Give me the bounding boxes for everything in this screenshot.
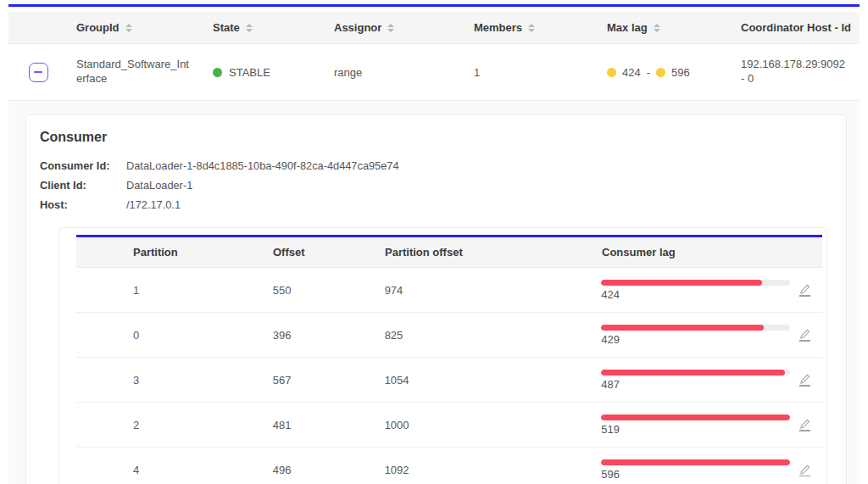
lag-progress-fill	[601, 370, 784, 376]
pencil-underline	[799, 476, 810, 477]
lag-progress-fill	[601, 414, 790, 420]
partition-value: 0	[76, 329, 273, 342]
max-lag-max-value: 596	[671, 66, 690, 79]
pencil-underline	[799, 385, 810, 387]
consumer-id-label: Consumer Id:	[40, 157, 126, 176]
column-header-label: Members	[474, 21, 522, 34]
column-header-state[interactable]: State	[213, 21, 334, 34]
consumer-lag-cell: 596	[601, 459, 798, 481]
consumer-lag-cell: 487	[601, 370, 798, 391]
client-id-row: Client Id: DataLoader-1	[40, 176, 832, 196]
column-header-coordinator: Coordinator Host - Id	[741, 21, 860, 34]
column-header-label: State	[213, 21, 240, 34]
consumer-lag-cell: 429	[601, 325, 798, 346]
lag-warning-dot-icon	[656, 68, 665, 77]
lag-value: 424	[601, 288, 790, 301]
pencil-underline	[799, 340, 810, 342]
sort-icon[interactable]	[387, 24, 394, 32]
partition-value: 4	[76, 464, 273, 476]
column-header-partition: Partition	[76, 246, 273, 259]
column-header-assignor[interactable]: Assignor	[334, 21, 474, 34]
column-header-label: Assignor	[334, 21, 381, 34]
lag-progress-fill	[601, 325, 764, 331]
lag-progress-track	[601, 280, 790, 286]
lag-value: 519	[601, 423, 790, 436]
client-id-value: DataLoader-1	[126, 176, 192, 196]
max-lag-cell: 424 - 596	[607, 66, 741, 79]
partition-offset-value: 1092	[385, 464, 602, 476]
edit-offset-button[interactable]	[798, 417, 812, 433]
lag-value: 596	[601, 468, 790, 481]
lag-value: 487	[601, 378, 790, 391]
partition-offset-value: 1054	[385, 374, 602, 387]
edit-offset-button[interactable]	[798, 327, 812, 343]
lag-progress-track	[601, 370, 790, 376]
pencil-icon	[799, 419, 810, 429]
offset-value: 567	[273, 374, 385, 387]
offset-value: 396	[273, 329, 385, 342]
pencil-underline	[799, 295, 810, 297]
edit-offset-button[interactable]	[798, 463, 812, 479]
offset-value: 496	[273, 464, 385, 476]
sort-icon[interactable]	[246, 24, 253, 32]
offset-value: 550	[273, 284, 385, 297]
consumer-detail-card: Consumer Consumer Id: DataLoader-1-8d4c1…	[25, 114, 847, 484]
consumer-id-row: Consumer Id: DataLoader-1-8d4c1885-10ba-…	[40, 157, 832, 176]
edit-offset-button[interactable]	[798, 282, 812, 298]
lag-progress-track	[601, 414, 790, 420]
lag-progress-track	[601, 325, 790, 331]
coordinator-value: 192.168.178.29:9092 - 0	[741, 58, 851, 86]
column-header-partition-offset: Partition offset	[385, 246, 602, 259]
sort-icon[interactable]	[654, 24, 660, 32]
column-header-label: Max lag	[607, 21, 648, 34]
pencil-icon	[799, 374, 810, 384]
column-header-members[interactable]: Members	[474, 21, 607, 34]
partitions-table-card: Partition Offset Partition offset Consum…	[58, 227, 827, 484]
minus-icon	[34, 71, 42, 73]
group-id-cell: Standard_Software_Interface	[76, 58, 213, 86]
sort-icon[interactable]	[528, 24, 535, 32]
partition-offset-value: 1000	[385, 419, 602, 431]
consumer-lag-cell: 519	[601, 414, 798, 436]
column-header-offset: Offset	[273, 246, 385, 259]
consumer-lag-cell: 424	[601, 280, 798, 301]
edit-offset-cell	[798, 282, 822, 298]
lag-progress-fill	[601, 280, 762, 286]
partition-row: 0 396 825 429	[76, 313, 822, 358]
group-id-value: Standard_Software_Interface	[76, 58, 193, 86]
state-cell: STABLE	[213, 66, 334, 79]
column-header-groupid[interactable]: GroupId	[76, 21, 213, 34]
host-label: Host:	[40, 196, 126, 215]
collapse-row-button[interactable]	[29, 63, 48, 82]
partition-offset-value: 825	[385, 329, 602, 342]
column-header-label: GroupId	[76, 21, 120, 34]
assignor-cell: range	[334, 66, 474, 79]
members-cell: 1	[474, 66, 607, 79]
sort-icon[interactable]	[125, 24, 132, 32]
edit-offset-cell	[798, 417, 822, 433]
consumer-group-row[interactable]: Standard_Software_Interface STABLE range…	[8, 44, 860, 101]
lag-progress-fill	[601, 459, 790, 465]
assignor-value: range	[334, 66, 362, 79]
state-value: STABLE	[229, 66, 270, 79]
lag-progress-track	[601, 459, 790, 465]
lag-value: 429	[601, 333, 790, 346]
partition-value: 3	[76, 374, 273, 387]
column-header-max-lag[interactable]: Max lag	[607, 21, 741, 34]
consumer-card-title: Consumer	[40, 130, 832, 145]
max-lag-separator: -	[647, 66, 650, 79]
partition-row: 1 550 974 424	[76, 268, 822, 313]
page-background: GroupId State Assignor Members	[8, 0, 860, 484]
partition-value: 1	[76, 284, 273, 297]
client-id-label: Client Id:	[40, 176, 126, 196]
edit-offset-button[interactable]	[798, 372, 812, 388]
partition-row: 2 481 1000 519	[76, 403, 822, 448]
state-stable-dot-icon	[213, 68, 222, 77]
partitions-table-header-row: Partition Offset Partition offset Consum…	[76, 237, 822, 268]
edit-offset-cell	[798, 327, 822, 343]
partition-row: 4 496 1092 596	[76, 448, 822, 484]
column-header-consumer-lag: Consumer lag	[602, 246, 798, 259]
edit-offset-cell	[798, 463, 822, 479]
pencil-icon	[799, 284, 810, 294]
host-row: Host: /172.17.0.1	[40, 196, 832, 215]
